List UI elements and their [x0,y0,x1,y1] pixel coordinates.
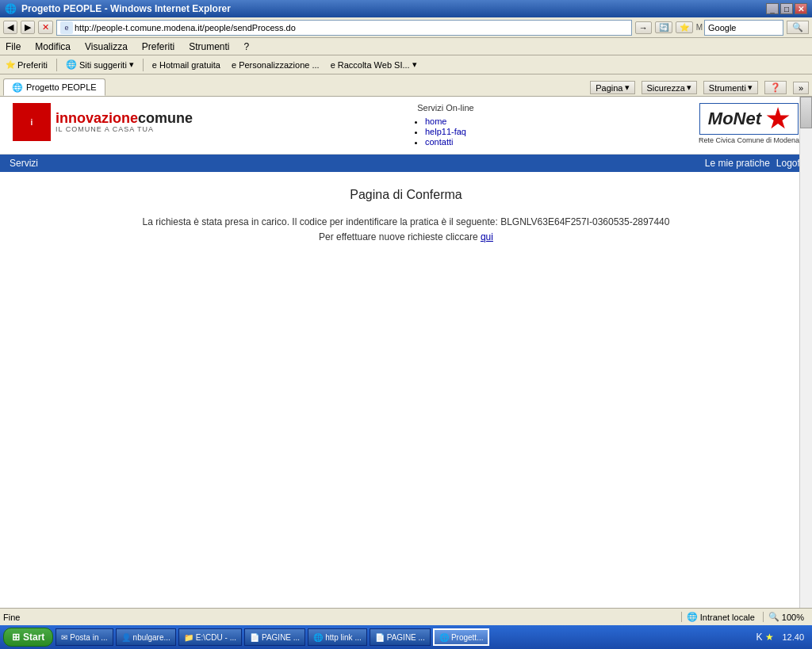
forward-button[interactable]: ▶ [21,21,35,34]
fav-raccolta[interactable]: e Raccolta Web SI... ▾ [328,59,419,71]
url-text: http://people-t.comune.modena.it/people/… [75,23,296,32]
window-title: Progetto PEOPLE - Windows Internet Explo… [21,3,231,14]
site-header: i innovazionecomune IL COMUNE A CASA TUA… [0,97,812,155]
search-area: M [696,20,783,36]
nav-link-faq-anchor[interactable]: help11-faq [425,127,466,136]
site-nav: Servizi On-line home help11-faq contatti [193,103,699,147]
refresh-button[interactable]: ✕ [38,21,53,34]
fav-hotmail-label: Hotmail gratuita [159,60,220,70]
menu-preferiti[interactable]: Preferiti [140,40,177,53]
star-icon: ⭐ [6,60,15,69]
pagina-label: Pagina [596,83,622,93]
zoom-icon: 🔍 [768,612,779,622]
logo-main: innovazionecomune [56,111,193,125]
status-zoom-panel: 🔍 100% [763,612,809,622]
nav-title: Servizi On-line [193,103,699,113]
monet-star-icon [766,107,790,131]
status-zone: Intranet locale [700,613,755,622]
status-zoom: 100% [782,613,804,622]
favorites-bar: ⭐ Preferiti 🌐 Siti suggeriti ▾ e Hotmail… [0,55,812,74]
go-button[interactable]: → [635,21,652,34]
confirm-sub-text: Per effettuare nuove richieste cliccare [319,231,478,242]
confirm-message: La richiesta è stata presa in carico. Il… [16,215,796,230]
logo-innov: innovazione [56,110,138,126]
toolbar-right: Pagina ▾ Sicurezza ▾ Strumenti ▾ ❓ » [590,81,809,96]
logo-letter: i [31,118,33,127]
title-bar: 🌐 Progetto PEOPLE - Windows Internet Exp… [0,0,812,17]
confirm-sub: Per effettuare nuove richieste cliccare … [16,230,796,245]
menu-modifica[interactable]: Modifica [33,40,73,53]
servizi-link[interactable]: Servizi [10,158,38,169]
tab-bar: 🌐 Progetto PEOPLE Pagina ▾ Sicurezza ▾ S… [0,74,812,97]
search-button[interactable]: 🔍 [787,21,809,34]
confirm-title: Pagina di Conferma [16,188,796,202]
status-text: Fine [3,613,678,622]
intranet-icon: 🌐 [687,612,698,622]
nav-link-faq: help11-faq [425,127,466,136]
restore-button[interactable]: □ [780,3,793,14]
address-bar: ◀ ▶ ✕ e http://people-t.comune.modena.it… [0,17,812,38]
fav-separator-1 [56,59,57,71]
help-button[interactable]: ❓ [764,81,787,94]
monet-subtitle: Rete Civica Comune di Modena [699,135,799,144]
page-body: Pagina di Conferma La richiesta è stata … [0,172,812,261]
fav-hotmail[interactable]: e Hotmail gratuita [150,59,223,71]
add-to-favorites-button[interactable]: ⭐ [676,21,693,33]
logo-square: i [13,103,51,141]
monet-text: MoNet [708,109,761,129]
address-box[interactable]: e http://people-t.comune.modena.it/peopl… [56,20,632,36]
status-bar: Fine 🌐 Intranet locale 🔍 100% [0,608,812,625]
navbar-left: Servizi [10,158,38,169]
fav-raccolta-label: Raccolta Web SI... [338,60,410,70]
confirm-text: La richiesta è stata presa in carico. Il… [16,215,796,245]
refresh-full-button[interactable]: 🔄 [655,21,672,33]
search-engine-label: M [696,23,703,32]
back-button[interactable]: ◀ [3,21,17,34]
close-button[interactable]: ✕ [795,3,807,14]
site-navbar: Servizi Le mie pratiche Logoff [0,155,812,172]
sicurezza-button[interactable]: Sicurezza ▾ [642,81,697,94]
menu-strumenti[interactable]: Strumenti [186,40,232,53]
le-mie-pratiche-link[interactable]: Le mie pratiche [705,158,770,169]
fav-personalizzazione[interactable]: e Personalizzazione ... [229,59,322,71]
strumenti-label: Strumenti [709,83,746,93]
browser-content: i innovazionecomune IL COMUNE A CASA TUA… [0,97,812,608]
confirm-message-text: La richiesta è stata presa in carico. Il… [143,216,670,227]
active-tab[interactable]: 🌐 Progetto PEOPLE [3,78,105,96]
favorites-button[interactable]: ⭐ Preferiti [3,59,50,71]
nav-link-home-anchor[interactable]: home [425,116,447,126]
minimize-button[interactable]: _ [766,3,779,14]
tab-label: Progetto PEOPLE [26,82,97,92]
confirm-link[interactable]: qui [481,231,493,242]
help-icon: ❓ [770,82,781,93]
fav-person-label: Personalizzazione ... [239,60,320,70]
menu-file[interactable]: File [3,40,23,53]
fav-dropdown-icon: ▾ [129,59,134,70]
logo-subtitle: IL COMUNE A CASA TUA [56,125,193,133]
menu-bar: File Modifica Visualizza Preferiti Strum… [0,38,812,55]
pagina-dropdown-icon: ▾ [625,82,630,93]
navbar-right: Le mie pratiche Logoff [705,158,802,169]
search-input[interactable] [704,20,783,36]
pagina-button[interactable]: Pagina ▾ [590,81,634,94]
fav-hotmail-icon: e [152,60,157,70]
fav-siti-icon: 🌐 [66,59,77,70]
fav-raccolta-dropdown-icon: ▾ [412,59,417,70]
scroll-thumb[interactable] [800,97,812,128]
logo-text-area: innovazionecomune IL COMUNE A CASA TUA [56,111,193,133]
sicurezza-dropdown-icon: ▾ [687,82,691,93]
title-bar-icon: 🌐 [5,3,17,14]
menu-visualizza[interactable]: Visualizza [82,40,130,53]
strumenti-button[interactable]: Strumenti ▾ [703,81,758,94]
monet-logo: MoNet Rete Civica Comune di Modena [699,103,799,144]
expand-button[interactable]: » [793,82,809,94]
menu-help[interactable]: ? [242,40,252,53]
logo-comune: comune [138,110,193,126]
scrollbar[interactable] [799,97,812,608]
nav-link-contatti-anchor[interactable]: contatti [425,137,453,147]
site-logo-wrapper: i innovazionecomune IL COMUNE A CASA TUA [13,103,193,141]
fav-siti-suggeriti[interactable]: 🌐 Siti suggeriti ▾ [63,59,136,71]
sicurezza-label: Sicurezza [647,83,685,93]
monet-box: MoNet [699,103,799,135]
nav-link-home: home [425,116,466,126]
